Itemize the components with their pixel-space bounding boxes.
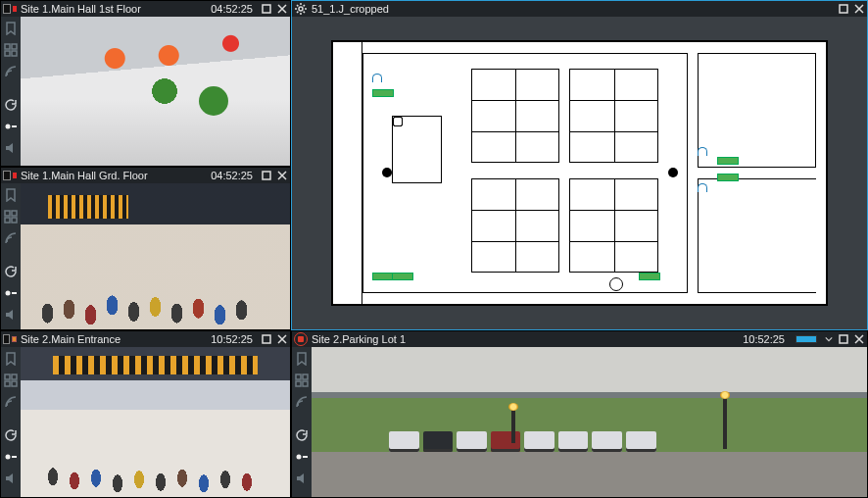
map-dome-camera-icon[interactable]	[609, 277, 623, 291]
svg-rect-2	[12, 44, 17, 49]
tile-body	[292, 347, 867, 497]
speaker-icon[interactable]	[3, 307, 19, 323]
record-dot-icon[interactable]	[3, 449, 19, 465]
close-button[interactable]	[276, 333, 288, 345]
sensor-icon	[392, 273, 413, 280]
surveillance-grid: Site 1.Main Hall 1st Floor 04:52:25	[0, 0, 868, 498]
camera-icon	[3, 3, 17, 15]
svg-rect-10	[12, 211, 17, 216]
svg-point-19	[6, 455, 11, 460]
titlebar: Site 2.Main Entrance 10:52:25	[1, 331, 290, 347]
svg-rect-21	[296, 374, 301, 379]
tile-time: 10:52:25	[743, 333, 785, 345]
maximize-button[interactable]	[838, 333, 849, 345]
sensor-icon	[717, 157, 739, 165]
svg-point-25	[297, 455, 302, 460]
camera-icon	[3, 333, 17, 345]
chevron-down-icon[interactable]	[824, 333, 834, 345]
svg-rect-8	[263, 172, 270, 179]
svg-rect-24	[303, 381, 308, 386]
bookmark-icon[interactable]	[3, 351, 19, 367]
tile-title: Site 1.Main Hall Grd. Floor	[21, 170, 207, 181]
bookmark-icon[interactable]	[3, 21, 19, 36]
floorplan-view[interactable]	[292, 17, 867, 329]
signal-icon[interactable]	[3, 394, 19, 410]
bookmark-icon[interactable]	[294, 351, 310, 367]
speaker-icon[interactable]	[3, 140, 19, 156]
sensor-icon	[639, 273, 660, 280]
map-camera-icon[interactable]	[698, 183, 711, 193]
svg-rect-4	[12, 51, 17, 56]
camera-tile-entrance[interactable]: Site 2.Main Entrance 10:52:25	[0, 330, 291, 498]
sensor-icon	[717, 174, 739, 181]
tile-body	[292, 17, 867, 329]
speaker-icon[interactable]	[294, 471, 310, 486]
maximize-button[interactable]	[261, 333, 272, 345]
tile-title: 51_1.J_cropped	[312, 3, 834, 15]
refresh-icon[interactable]	[294, 427, 310, 443]
signal-icon[interactable]	[294, 394, 310, 410]
svg-rect-0	[263, 5, 270, 13]
tile-title: Site 1.Main Hall 1st Floor	[21, 3, 207, 15]
record-dot-icon[interactable]	[3, 285, 19, 301]
svg-rect-15	[5, 374, 10, 379]
svg-point-13	[6, 291, 11, 296]
maximize-button[interactable]	[261, 3, 272, 15]
svg-rect-22	[303, 374, 308, 379]
svg-rect-12	[12, 218, 17, 223]
grid-icon[interactable]	[3, 209, 19, 224]
tile-title: Site 2.Parking Lot 1	[312, 333, 739, 345]
titlebar: 51_1.J_cropped	[292, 1, 867, 17]
bookmark-icon[interactable]	[3, 187, 19, 203]
svg-rect-23	[296, 381, 301, 386]
maximize-button[interactable]	[261, 170, 272, 181]
map-camera-icon[interactable]	[698, 147, 711, 157]
map-tile[interactable]: 51_1.J_cropped	[291, 0, 868, 330]
camera-tile-hall2[interactable]: Site 1.Main Hall Grd. Floor 04:52:25	[0, 167, 291, 330]
svg-rect-3	[5, 51, 10, 56]
status-indicator	[796, 335, 817, 343]
record-dot-icon[interactable]	[3, 119, 19, 134]
tile-title: Site 2.Main Entrance	[21, 333, 207, 345]
video-feed[interactable]	[312, 347, 867, 497]
tile-sidebar	[1, 347, 21, 497]
tile-body	[1, 183, 290, 329]
map-camera-icon[interactable]	[372, 74, 386, 83]
svg-rect-11	[5, 218, 10, 223]
svg-rect-17	[5, 381, 10, 386]
camera-icon	[3, 170, 17, 181]
refresh-icon[interactable]	[3, 97, 19, 113]
close-button[interactable]	[276, 3, 288, 15]
tile-time: 04:52:25	[211, 3, 253, 15]
svg-point-6	[299, 7, 303, 11]
close-button[interactable]	[853, 333, 865, 345]
svg-rect-20	[840, 335, 847, 343]
video-feed[interactable]	[21, 183, 290, 329]
camera-tile-parking[interactable]: Site 2.Parking Lot 1 10:52:25	[291, 330, 868, 498]
tile-sidebar	[1, 183, 21, 329]
tile-time: 04:52:25	[211, 170, 253, 181]
svg-rect-16	[12, 374, 17, 379]
svg-rect-14	[263, 335, 270, 343]
camera-tile-hall1[interactable]: Site 1.Main Hall 1st Floor 04:52:25	[0, 0, 291, 167]
tile-body	[1, 347, 290, 497]
video-feed[interactable]	[21, 17, 290, 166]
record-dot-icon[interactable]	[294, 449, 310, 465]
signal-icon[interactable]	[3, 230, 19, 246]
refresh-icon[interactable]	[3, 427, 19, 443]
close-button[interactable]	[853, 3, 865, 15]
tile-body	[1, 17, 290, 166]
maximize-button[interactable]	[838, 3, 849, 15]
signal-icon[interactable]	[3, 64, 19, 79]
video-feed[interactable]	[21, 347, 290, 497]
grid-icon[interactable]	[294, 373, 310, 388]
gear-icon	[294, 3, 308, 15]
titlebar: Site 1.Main Hall 1st Floor 04:52:25	[1, 1, 290, 17]
grid-icon[interactable]	[3, 373, 19, 388]
titlebar: Site 2.Parking Lot 1 10:52:25	[292, 331, 867, 347]
svg-rect-7	[840, 5, 847, 13]
close-button[interactable]	[276, 170, 288, 181]
refresh-icon[interactable]	[3, 264, 19, 279]
speaker-icon[interactable]	[3, 471, 19, 486]
grid-icon[interactable]	[3, 42, 19, 58]
